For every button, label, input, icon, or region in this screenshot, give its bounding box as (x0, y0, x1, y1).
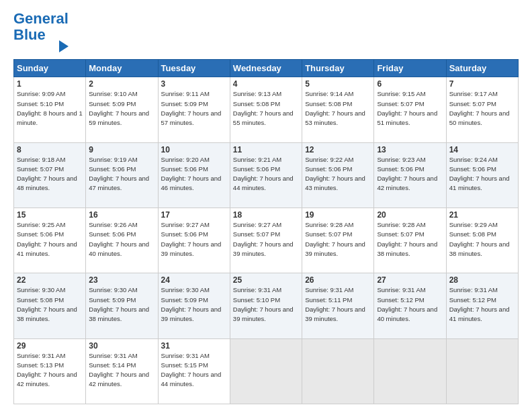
sunrise-text: Sunrise: 9:13 AM (233, 90, 281, 97)
calendar-cell: 27Sunrise: 9:31 AMSunset: 5:12 PMDayligh… (374, 273, 446, 338)
calendar-cell: 6Sunrise: 9:15 AMSunset: 5:07 PMDaylight… (374, 77, 446, 142)
daylight-text: Daylight: 7 hours and 44 minutes. (233, 175, 294, 191)
logo: General Blue (13, 11, 69, 52)
calendar-cell (230, 338, 302, 404)
sunset-text: Sunset: 5:07 PM (377, 100, 424, 107)
daylight-text: Daylight: 7 hours and 44 minutes. (161, 371, 222, 387)
sunrise-text: Sunrise: 9:28 AM (305, 221, 353, 228)
sunrise-text: Sunrise: 9:29 AM (449, 221, 498, 228)
logo-blue: Blue (13, 26, 46, 43)
sunset-text: Sunset: 5:06 PM (89, 165, 136, 173)
weekday-header-thursday: Thursday (302, 60, 374, 77)
calendar-cell: 14Sunrise: 9:24 AMSunset: 5:06 PMDayligh… (446, 142, 518, 208)
sunrise-text: Sunrise: 9:09 AM (17, 90, 65, 97)
calendar-cell: 9Sunrise: 9:19 AMSunset: 5:06 PMDaylight… (86, 142, 158, 208)
calendar-cell: 20Sunrise: 9:28 AMSunset: 5:07 PMDayligh… (374, 208, 446, 273)
sunset-text: Sunset: 5:14 PM (89, 361, 136, 369)
sunrise-text: Sunrise: 9:30 AM (161, 286, 210, 293)
sunset-text: Sunset: 5:06 PM (233, 165, 280, 173)
daylight-text: Daylight: 7 hours and 42 minutes. (377, 175, 437, 191)
daylight-text: Daylight: 8 hours and 1 minute. (17, 109, 83, 126)
calendar-cell: 24Sunrise: 9:30 AMSunset: 5:09 PMDayligh… (158, 273, 230, 338)
calendar-cell: 30Sunrise: 9:31 AMSunset: 5:14 PMDayligh… (86, 338, 158, 404)
sunrise-text: Sunrise: 9:27 AM (161, 221, 210, 228)
day-number: 23 (89, 275, 154, 285)
sunset-text: Sunset: 5:07 PM (449, 100, 496, 107)
daylight-text: Daylight: 7 hours and 47 minutes. (89, 175, 149, 191)
day-number: 18 (233, 210, 299, 220)
calendar-cell (374, 338, 446, 404)
day-info: Sunrise: 9:19 AMSunset: 5:06 PMDaylight:… (89, 155, 154, 193)
weekday-header-friday: Friday (374, 60, 446, 77)
sunset-text: Sunset: 5:06 PM (161, 230, 208, 238)
logo-arrow-icon (59, 40, 69, 52)
day-number: 8 (17, 145, 83, 154)
day-number: 25 (233, 275, 299, 285)
sunset-text: Sunset: 5:07 PM (233, 230, 280, 238)
day-info: Sunrise: 9:28 AMSunset: 5:07 PMDaylight:… (377, 220, 443, 259)
calendar-cell: 26Sunrise: 9:31 AMSunset: 5:11 PMDayligh… (302, 273, 374, 338)
sunrise-text: Sunrise: 9:30 AM (89, 286, 137, 293)
sunrise-text: Sunrise: 9:30 AM (17, 286, 65, 293)
day-number: 17 (161, 210, 227, 220)
day-number: 4 (233, 79, 299, 89)
logo-text: General Blue (13, 11, 69, 43)
page: General Blue SundayMondayTuesdayWednesda… (0, 0, 532, 411)
calendar-cell (302, 338, 374, 404)
day-info: Sunrise: 9:31 AMSunset: 5:10 PMDaylight:… (233, 285, 299, 324)
daylight-text: Daylight: 7 hours and 39 minutes. (305, 240, 365, 257)
sunset-text: Sunset: 5:09 PM (161, 296, 208, 304)
calendar-cell: 16Sunrise: 9:26 AMSunset: 5:06 PMDayligh… (86, 208, 158, 273)
sunrise-text: Sunrise: 9:31 AM (161, 352, 210, 359)
day-info: Sunrise: 9:10 AMSunset: 5:09 PMDaylight:… (89, 89, 154, 128)
day-info: Sunrise: 9:31 AMSunset: 5:12 PMDaylight:… (377, 285, 443, 324)
sunset-text: Sunset: 5:08 PM (449, 230, 496, 238)
sunset-text: Sunset: 5:06 PM (17, 230, 64, 238)
day-info: Sunrise: 9:30 AMSunset: 5:08 PMDaylight:… (17, 285, 83, 324)
sunset-text: Sunset: 5:12 PM (449, 296, 496, 304)
calendar-week-3: 15Sunrise: 9:25 AMSunset: 5:06 PMDayligh… (14, 208, 519, 273)
daylight-text: Daylight: 7 hours and 40 minutes. (377, 306, 437, 322)
day-info: Sunrise: 9:22 AMSunset: 5:06 PMDaylight:… (305, 155, 371, 193)
day-number: 12 (305, 145, 371, 154)
sunrise-text: Sunrise: 9:26 AM (89, 221, 137, 228)
daylight-text: Daylight: 7 hours and 38 minutes. (449, 240, 510, 257)
day-info: Sunrise: 9:30 AMSunset: 5:09 PMDaylight:… (161, 285, 227, 324)
day-info: Sunrise: 9:31 AMSunset: 5:12 PMDaylight:… (449, 285, 515, 324)
daylight-text: Daylight: 7 hours and 38 minutes. (377, 240, 437, 257)
day-number: 22 (17, 275, 83, 285)
calendar-cell: 17Sunrise: 9:27 AMSunset: 5:06 PMDayligh… (158, 208, 230, 273)
sunrise-text: Sunrise: 9:27 AM (233, 221, 281, 228)
weekday-header-saturday: Saturday (446, 60, 518, 77)
sunset-text: Sunset: 5:08 PM (17, 296, 64, 304)
calendar-cell: 7Sunrise: 9:17 AMSunset: 5:07 PMDaylight… (446, 77, 518, 142)
sunrise-text: Sunrise: 9:31 AM (17, 352, 65, 359)
day-number: 27 (377, 275, 443, 285)
daylight-text: Daylight: 7 hours and 53 minutes. (305, 109, 365, 126)
daylight-text: Daylight: 7 hours and 40 minutes. (89, 240, 149, 257)
sunset-text: Sunset: 5:09 PM (89, 296, 136, 304)
calendar-week-2: 8Sunrise: 9:18 AMSunset: 5:07 PMDaylight… (14, 142, 519, 208)
day-info: Sunrise: 9:27 AMSunset: 5:06 PMDaylight:… (161, 220, 227, 259)
day-info: Sunrise: 9:31 AMSunset: 5:11 PMDaylight:… (305, 285, 371, 324)
daylight-text: Daylight: 7 hours and 39 minutes. (161, 306, 222, 322)
sunrise-text: Sunrise: 9:25 AM (17, 221, 65, 228)
day-number: 30 (89, 341, 154, 351)
day-number: 2 (89, 79, 154, 89)
day-info: Sunrise: 9:28 AMSunset: 5:07 PMDaylight:… (305, 220, 371, 259)
day-number: 5 (305, 79, 371, 89)
daylight-text: Daylight: 7 hours and 57 minutes. (161, 109, 222, 126)
calendar-cell: 1Sunrise: 9:09 AMSunset: 5:10 PMDaylight… (14, 77, 86, 142)
sunrise-text: Sunrise: 9:10 AM (89, 90, 137, 97)
day-info: Sunrise: 9:17 AMSunset: 5:07 PMDaylight:… (449, 89, 515, 128)
day-info: Sunrise: 9:30 AMSunset: 5:09 PMDaylight:… (89, 285, 154, 324)
day-number: 11 (233, 145, 299, 154)
day-info: Sunrise: 9:26 AMSunset: 5:06 PMDaylight:… (89, 220, 154, 259)
sunset-text: Sunset: 5:11 PM (305, 296, 352, 304)
sunset-text: Sunset: 5:09 PM (161, 100, 208, 107)
daylight-text: Daylight: 7 hours and 59 minutes. (89, 109, 149, 126)
calendar-cell: 15Sunrise: 9:25 AMSunset: 5:06 PMDayligh… (14, 208, 86, 273)
day-info: Sunrise: 9:31 AMSunset: 5:13 PMDaylight:… (17, 351, 83, 390)
day-info: Sunrise: 9:21 AMSunset: 5:06 PMDaylight:… (233, 155, 299, 193)
sunrise-text: Sunrise: 9:20 AM (161, 156, 210, 163)
